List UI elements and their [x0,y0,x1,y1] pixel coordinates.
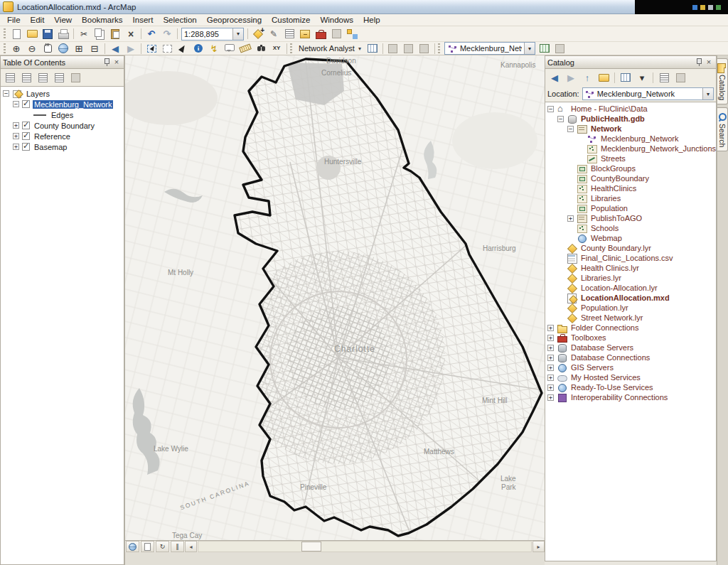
arctoolbox-window[interactable] [314,28,328,41]
catalog-item-folder-connections[interactable]: +Folder Connections [545,323,716,333]
dropdown-arrow-icon[interactable]: ▾ [232,28,243,40]
catalog-item-database-connections[interactable]: +Database Connections [545,353,716,362]
build-network[interactable] [537,42,552,55]
expand-icon[interactable]: + [547,384,554,391]
data-view[interactable] [126,541,139,552]
contents-view[interactable] [619,71,633,84]
location-combo[interactable]: Mecklenburg_Network ▾ [582,87,714,100]
catalog-item-publichealth-gdb[interactable]: −PublicHealth.gdb [545,114,716,124]
fixed-zoom-in[interactable]: ⊞ [72,42,86,55]
catalog-item-street-network-lyr[interactable]: Street Network.lyr [545,313,716,323]
map-canvas[interactable]: DavidsonCorneliusKannapolisHuntersvilleH… [125,55,545,541]
toc-options[interactable] [68,71,82,84]
catalog-item-publishtoago[interactable]: +PublishToAGO [545,213,716,223]
scroll-right-icon[interactable]: ▸ [532,541,545,552]
titlebar[interactable]: LocationAllocation.mxd - ArcMap [0,0,728,14]
expand-icon[interactable]: + [547,335,554,341]
catalog-forward[interactable]: ▶ [564,71,578,84]
list-by-selection[interactable] [52,71,66,84]
expand-icon[interactable]: + [547,355,554,361]
create-network-location-tool[interactable] [386,42,400,55]
pin-icon[interactable] [102,58,112,67]
catalog-item-mecklenburg-network[interactable]: Mecklenburg_Network [545,134,716,144]
catalog-item-database-servers[interactable]: +Database Servers [545,343,716,353]
expand-icon[interactable]: + [547,375,554,381]
save-document[interactable] [41,28,55,41]
toc-item-county-boundary[interactable]: +County Boundary [1,120,124,131]
dropdown-arrow-icon[interactable]: ▾ [524,43,535,54]
go-back-to-previous-extent[interactable]: ◀ [108,42,122,55]
pan[interactable] [41,42,55,55]
expand-icon[interactable]: + [547,365,554,371]
go-to-next-extent[interactable]: ▶ [124,42,138,55]
catalog-item-population[interactable]: Population [545,203,716,213]
toolbar-grip[interactable] [4,43,6,54]
print[interactable] [56,28,70,41]
pin-icon[interactable] [694,58,704,67]
catalog-back[interactable]: ◀ [547,71,562,84]
hyperlink[interactable]: ↯ [207,42,221,55]
expand-icon[interactable]: + [13,133,19,139]
dropdown-arrow-icon[interactable]: ▾ [702,88,713,99]
toolbar-grip[interactable] [290,43,292,54]
new-document[interactable] [9,28,23,41]
catalog-item-population-lyr[interactable]: Population.lyr [545,303,716,313]
menu-selection[interactable]: Selection [158,15,201,25]
catalog-item-schools[interactable]: Schools [545,223,716,233]
up-one-level[interactable]: ↑ [580,71,594,84]
toc-item-layers[interactable]: −Layers [1,88,124,99]
catalog-item-countyboundary[interactable]: CountyBoundary [545,173,716,183]
copy[interactable] [92,28,107,41]
solve[interactable] [417,42,432,55]
catalog-item-county-boundary-lyr[interactable]: County Boundary.lyr [545,243,716,253]
menu-edit[interactable]: Edit [26,15,50,25]
menu-customize[interactable]: Customize [267,15,315,25]
toc-item-mecklenburg-network[interactable]: −Mecklenburg_Network [1,99,124,109]
catalog-item-location-allocation-lyr[interactable]: Location-Allocation.lyr [545,283,716,293]
close-icon[interactable]: × [704,58,714,67]
catalog-item-toolboxes[interactable]: +Toolboxes [545,333,716,343]
find[interactable] [254,42,268,55]
collapse-icon[interactable]: − [3,90,9,97]
layer-visibility-checkbox[interactable] [22,143,30,151]
expand-icon[interactable]: + [13,122,19,129]
close-icon[interactable]: × [112,58,122,67]
collapse-icon[interactable]: − [557,116,564,122]
measure[interactable] [238,42,252,55]
identify[interactable] [191,42,205,55]
toc-panel-header[interactable]: Table Of Contents × [0,55,124,69]
map-scale-combo[interactable]: 1:288,895▾ [181,28,244,41]
catalog-item-network[interactable]: −Network [545,124,716,134]
python-window[interactable] [329,28,343,41]
delete[interactable] [124,28,138,41]
toc-item-reference[interactable]: +Reference [1,131,124,141]
menu-bookmarks[interactable]: Bookmarks [77,15,128,25]
network-analyst-window[interactable] [365,42,380,55]
network-dataset-properties[interactable] [553,42,567,55]
catalog-item-interoperability-connections[interactable]: +Interoperability Connections [545,392,716,402]
horizontal-scrollbar[interactable] [198,541,532,552]
list-by-visibility[interactable] [36,71,50,84]
catalog-item-libraries-lyr[interactable]: Libraries.lyr [545,273,716,283]
dock-tab-search[interactable]: Search [717,107,728,151]
clear-selected-features[interactable] [160,42,174,55]
editor-toolbar[interactable] [267,28,281,41]
catalog-item-webmap[interactable]: Webmap [545,233,716,243]
menu-insert[interactable]: Insert [128,15,159,25]
collapse-icon[interactable]: − [13,101,19,107]
catalog-item-health-clinics-lyr[interactable]: Health Clinics.lyr [545,263,716,273]
toggle-contents-panel[interactable] [657,71,671,84]
menu-help[interactable]: Help [358,15,385,25]
modelbuilder[interactable] [345,28,359,41]
catalog-panel-header[interactable]: Catalog × [545,55,717,69]
toolbar-grip[interactable] [438,43,440,54]
horizontal-scrollbar-thumb[interactable] [301,542,321,551]
catalog-item-mecklenburg-network-junctions[interactable]: Mecklenburg_Network_Junctions [545,144,716,154]
menu-geoprocessing[interactable]: Geoprocessing [202,15,267,25]
catalog-item-blockgroups[interactable]: BlockGroups [545,163,716,173]
zoom-out[interactable]: ⊖ [25,42,39,55]
undo[interactable] [144,28,159,41]
open-document[interactable] [25,28,39,41]
menu-windows[interactable]: Windows [315,15,358,25]
network-dataset-combo[interactable]: Mecklenburg_Network▾ [444,42,535,55]
